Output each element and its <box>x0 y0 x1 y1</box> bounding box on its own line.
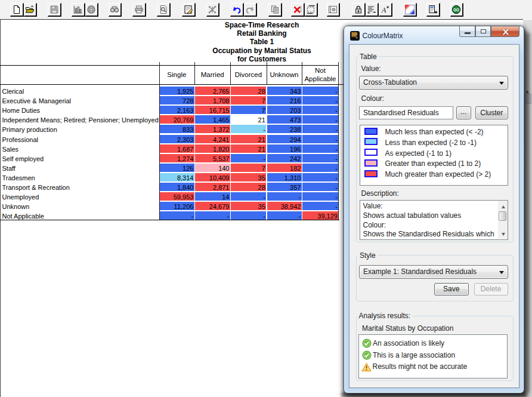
svg-text:A: A <box>381 5 386 14</box>
svg-text:GO: GO <box>453 8 459 12</box>
